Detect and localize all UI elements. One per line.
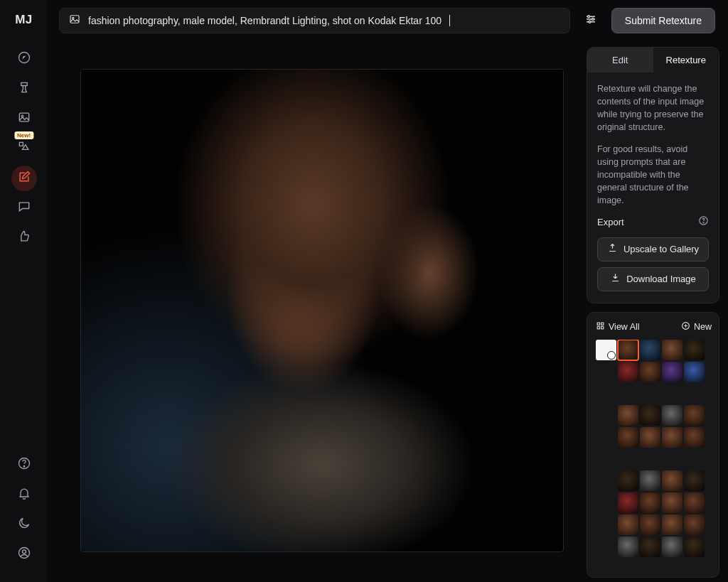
gallery-thumb[interactable] [684, 340, 705, 360]
user-icon [17, 546, 31, 563]
thumbs-up-icon [17, 230, 31, 247]
gallery-thumb[interactable] [618, 492, 638, 513]
prompt-text: fashion photography, male model, Rembran… [88, 15, 441, 26]
gallery-card: View All New [587, 312, 719, 578]
svg-rect-17 [597, 327, 599, 329]
gallery-thumb[interactable] [618, 405, 638, 426]
download-label: Download Image [626, 273, 696, 286]
nav-account[interactable] [11, 541, 37, 567]
sidebar: MJ New! [0, 0, 48, 582]
shapes-icon [17, 140, 31, 157]
gallery-thumb[interactable] [618, 362, 638, 382]
gallery-thumb[interactable] [640, 405, 660, 426]
nav-notifications[interactable] [11, 482, 37, 507]
nav-organize[interactable]: New! [11, 136, 37, 161]
gallery-thumb[interactable] [684, 405, 705, 426]
settings-button[interactable] [579, 9, 603, 33]
gallery-thumb[interactable] [640, 470, 660, 491]
image-icon [68, 13, 81, 28]
new-badge: New! [14, 131, 33, 139]
info-paragraph-1: Retexture will change the contents of th… [597, 82, 709, 134]
svg-point-11 [592, 18, 594, 21]
tab-edit[interactable]: Edit [587, 48, 653, 72]
gallery-thumb[interactable] [640, 362, 660, 382]
nav-rate[interactable] [11, 225, 37, 251]
view-all-label: View All [609, 322, 640, 332]
gallery-thumb[interactable] [618, 470, 638, 491]
nav-create[interactable] [11, 76, 37, 102]
upscale-button[interactable]: Upscale to Gallery [597, 237, 709, 262]
svg-point-7 [22, 550, 26, 554]
svg-point-10 [587, 16, 589, 18]
svg-marker-1 [22, 56, 26, 60]
chat-icon [17, 200, 31, 217]
svg-rect-8 [70, 16, 79, 23]
submit-retexture-button[interactable]: Submit Retexture [611, 8, 715, 33]
pencil-square-icon [17, 170, 31, 187]
plus-circle-icon [681, 321, 690, 333]
download-button[interactable]: Download Image [597, 267, 709, 291]
gallery-group [596, 405, 709, 448]
gallery-thumb[interactable] [618, 340, 638, 360]
nav-explore[interactable] [11, 46, 37, 72]
nav-edit[interactable] [11, 166, 37, 191]
new-button[interactable]: New [681, 321, 712, 333]
tab-retexture[interactable]: Retexture [653, 48, 719, 72]
gallery-thumb[interactable] [662, 537, 682, 557]
gallery-thumb[interactable] [618, 537, 638, 557]
gallery-thumb[interactable] [640, 340, 660, 360]
gallery-thumb[interactable] [662, 514, 682, 535]
tool-body: Retexture will change the contents of th… [587, 72, 719, 303]
gallery-thumb[interactable] [640, 537, 660, 557]
svg-point-12 [589, 21, 591, 23]
nav-chat[interactable] [11, 195, 37, 221]
info-paragraph-2: For good results, avoid using prompts th… [597, 143, 709, 208]
nav-images[interactable] [11, 106, 37, 131]
help-icon [17, 456, 31, 473]
svg-point-5 [23, 466, 24, 467]
gallery-thumb[interactable] [662, 405, 682, 426]
gallery-thumb[interactable] [684, 362, 705, 382]
gallery-thumb[interactable] [662, 340, 682, 360]
brush-icon [17, 80, 31, 97]
topbar: fashion photography, male model, Rembran… [59, 8, 715, 33]
nav-theme[interactable] [11, 512, 37, 537]
moon-icon [17, 516, 31, 533]
gallery-thumb[interactable] [662, 362, 682, 382]
compass-icon [17, 50, 31, 68]
view-all-button[interactable]: View All [596, 321, 640, 333]
svg-point-14 [703, 222, 704, 223]
download-icon [610, 272, 621, 287]
gallery-thumb[interactable] [640, 492, 660, 513]
canvas-image[interactable] [81, 70, 563, 551]
gallery-thumb[interactable] [662, 427, 682, 448]
gallery-thumb[interactable] [684, 537, 705, 557]
right-panel: Edit Retexture Retexture will change the… [587, 47, 719, 578]
nav-help[interactable] [11, 452, 37, 478]
prompt-input[interactable]: fashion photography, male model, Rembran… [59, 8, 570, 33]
upscale-icon [607, 242, 618, 257]
logo[interactable]: MJ [15, 13, 33, 27]
gallery-thumb[interactable] [662, 492, 682, 513]
help-icon[interactable] [698, 215, 709, 230]
gallery-group [596, 470, 709, 557]
gallery-thumb[interactable] [684, 427, 705, 448]
gallery-thumb[interactable] [618, 427, 638, 448]
svg-rect-2 [19, 113, 28, 122]
svg-rect-18 [601, 327, 604, 329]
gallery-thumb[interactable] [684, 514, 705, 535]
export-header: Export [597, 215, 709, 237]
canvas [80, 69, 564, 552]
export-title: Export [597, 216, 624, 230]
gallery-thumb[interactable] [618, 514, 638, 535]
gallery-thumb[interactable] [684, 492, 705, 513]
gallery-thumb[interactable] [662, 470, 682, 491]
gallery-thumb[interactable] [640, 514, 660, 535]
gallery-scroll[interactable] [596, 340, 712, 568]
svg-rect-15 [597, 323, 599, 325]
gallery-header: View All New [596, 321, 712, 333]
gallery-thumb[interactable] [640, 427, 660, 448]
source-thumb[interactable] [596, 340, 616, 360]
gallery-thumb[interactable] [684, 470, 705, 491]
new-label: New [694, 322, 712, 332]
